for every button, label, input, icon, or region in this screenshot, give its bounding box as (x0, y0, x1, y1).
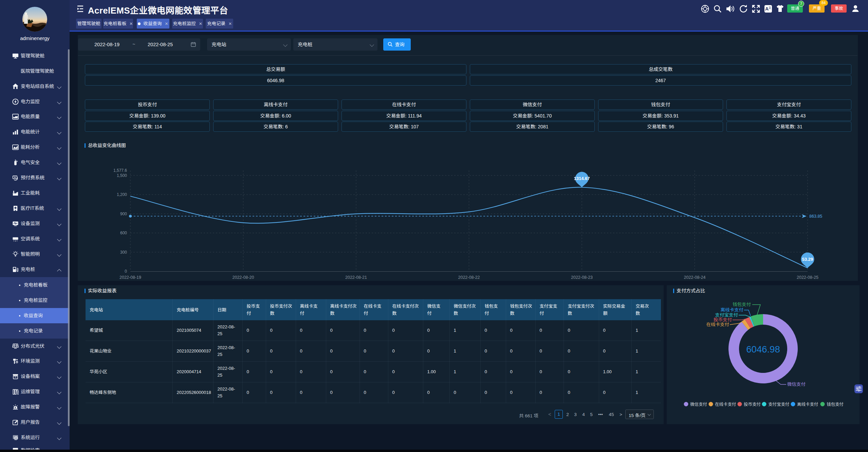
svg-text:离线卡支付: 离线卡支付 (721, 307, 744, 312)
svg-text:在线卡支付: 在线卡支付 (706, 322, 730, 327)
svg-text:钱包支付: 钱包支付 (733, 302, 751, 307)
svg-text:2022-08-20: 2022-08-20 (233, 275, 254, 280)
svg-text:1,577.6: 1,577.6 (113, 168, 127, 173)
svg-text:900: 900 (120, 212, 127, 216)
svg-text:2022-08-25: 2022-08-25 (797, 275, 818, 280)
svg-text:863.85: 863.85 (809, 214, 822, 219)
svg-text:支付宝支付: 支付宝支付 (768, 402, 790, 407)
svg-text:2022-08-24: 2022-08-24 (684, 275, 706, 280)
svg-text:投币支付: 投币支付 (714, 317, 732, 322)
svg-text:投币支付: 投币支付 (744, 402, 761, 407)
svg-text:钱包支付: 钱包支付 (827, 402, 844, 407)
svg-text:2022-08-19: 2022-08-19 (119, 275, 141, 280)
svg-text:文: 文 (769, 5, 772, 10)
svg-text:2022-08-23: 2022-08-23 (571, 275, 593, 280)
svg-text:在线卡支付: 在线卡支付 (715, 402, 736, 407)
svg-text:微信支付: 微信支付 (690, 402, 707, 407)
svg-text:离线卡支付: 离线卡支付 (797, 402, 818, 407)
svg-text:6046.98: 6046.98 (746, 344, 780, 355)
svg-text:微信支付: 微信支付 (787, 382, 806, 387)
svg-text:2022-08-22: 2022-08-22 (458, 275, 480, 280)
svg-text:1,200: 1,200 (117, 192, 127, 197)
svg-text:53.29: 53.29 (802, 257, 813, 262)
svg-text:0: 0 (125, 269, 127, 274)
svg-text:2022-08-21: 2022-08-21 (345, 275, 367, 280)
svg-text:300: 300 (120, 250, 127, 255)
svg-text:600: 600 (120, 231, 127, 235)
svg-text:1314.67: 1314.67 (574, 176, 590, 181)
svg-text:1,500: 1,500 (117, 173, 127, 178)
svg-text:支付宝支付: 支付宝支付 (715, 312, 738, 318)
